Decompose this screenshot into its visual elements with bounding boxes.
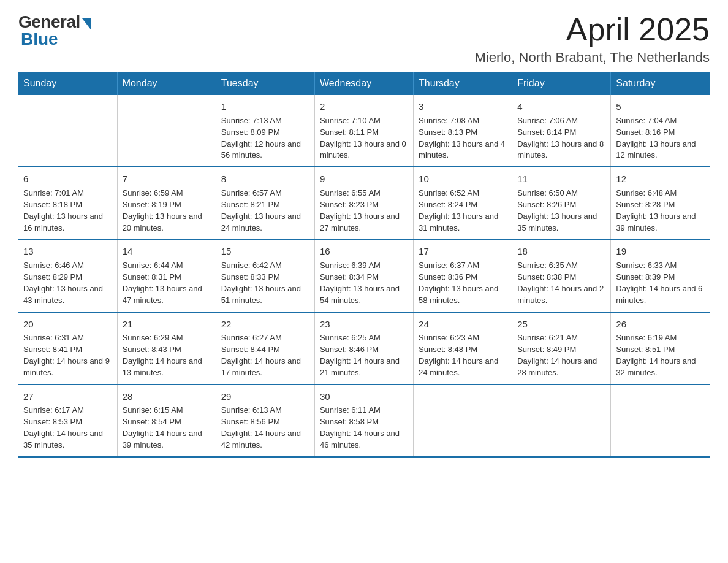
calendar-week-row: 20Sunrise: 6:31 AMSunset: 8:41 PMDayligh… [18, 312, 710, 385]
day-sunset: Sunset: 8:14 PM [517, 128, 576, 137]
day-sunset: Sunset: 8:49 PM [517, 345, 576, 354]
day-daylight: Daylight: 14 hours and 28 minutes. [517, 356, 597, 377]
day-number: 1 [221, 100, 309, 113]
calendar-day-header: Wednesday [314, 72, 413, 95]
day-sunrise: Sunrise: 6:21 AM [517, 333, 578, 342]
calendar-day-cell [611, 385, 710, 457]
day-number: 4 [517, 100, 605, 113]
day-daylight: Daylight: 13 hours and 35 minutes. [517, 212, 597, 232]
day-daylight: Daylight: 14 hours and 21 minutes. [320, 356, 400, 377]
calendar-day-header: Tuesday [216, 72, 314, 95]
calendar-day-cell: 26Sunrise: 6:19 AMSunset: 8:51 PMDayligh… [611, 312, 710, 385]
title-section: April 2025 Mierlo, North Brabant, The Ne… [474, 12, 710, 66]
day-number: 18 [517, 245, 605, 258]
day-daylight: Daylight: 13 hours and 58 minutes. [419, 284, 498, 305]
day-sunset: Sunset: 8:48 PM [419, 345, 477, 354]
day-sunset: Sunset: 8:16 PM [616, 128, 675, 137]
day-number: 9 [320, 172, 408, 186]
calendar-day-cell: 4Sunrise: 7:06 AMSunset: 8:14 PMDaylight… [512, 95, 611, 167]
day-sunset: Sunset: 8:19 PM [123, 200, 181, 209]
logo-arrow-icon [82, 18, 91, 29]
calendar-day-cell: 28Sunrise: 6:15 AMSunset: 8:54 PMDayligh… [117, 385, 216, 457]
day-sunset: Sunset: 8:09 PM [221, 128, 280, 137]
day-number: 2 [320, 100, 408, 113]
day-sunset: Sunset: 8:46 PM [320, 345, 379, 354]
day-daylight: Daylight: 13 hours and 12 minutes. [616, 139, 696, 160]
day-sunrise: Sunrise: 6:27 AM [221, 333, 282, 342]
day-sunset: Sunset: 8:36 PM [419, 272, 477, 282]
day-daylight: Daylight: 14 hours and 32 minutes. [616, 356, 696, 377]
calendar-day-cell: 21Sunrise: 6:29 AMSunset: 8:43 PMDayligh… [117, 312, 216, 385]
calendar-day-cell: 23Sunrise: 6:25 AMSunset: 8:46 PMDayligh… [314, 312, 413, 385]
day-number: 19 [616, 245, 705, 258]
day-number: 3 [419, 100, 507, 113]
page-header: General Blue April 2025 Mierlo, North Br… [18, 12, 710, 66]
calendar-day-cell: 17Sunrise: 6:37 AMSunset: 8:36 PMDayligh… [414, 239, 512, 312]
calendar-day-cell: 27Sunrise: 6:17 AMSunset: 8:53 PMDayligh… [18, 385, 117, 457]
day-sunrise: Sunrise: 6:55 AM [320, 188, 381, 197]
day-daylight: Daylight: 13 hours and 27 minutes. [320, 212, 400, 232]
day-sunrise: Sunrise: 6:33 AM [616, 261, 677, 270]
logo-blue-text: Blue [21, 29, 58, 49]
calendar-day-cell: 3Sunrise: 7:08 AMSunset: 8:13 PMDaylight… [414, 95, 512, 167]
day-sunrise: Sunrise: 6:13 AM [221, 405, 282, 415]
calendar-day-cell: 6Sunrise: 7:01 AMSunset: 8:18 PMDaylight… [18, 167, 117, 239]
calendar-day-cell: 24Sunrise: 6:23 AMSunset: 8:48 PMDayligh… [414, 312, 512, 385]
calendar-day-cell [512, 385, 611, 457]
day-daylight: Daylight: 13 hours and 43 minutes. [23, 284, 103, 305]
logo: General Blue [18, 12, 91, 49]
day-number: 24 [419, 318, 507, 331]
day-sunset: Sunset: 8:31 PM [123, 272, 181, 282]
day-sunset: Sunset: 8:56 PM [221, 417, 280, 426]
day-number: 11 [517, 172, 605, 186]
day-number: 26 [616, 318, 705, 331]
day-sunrise: Sunrise: 7:06 AM [517, 116, 578, 125]
day-daylight: Daylight: 13 hours and 47 minutes. [123, 284, 202, 305]
day-sunset: Sunset: 8:26 PM [517, 200, 576, 209]
day-sunset: Sunset: 8:41 PM [23, 345, 82, 354]
day-daylight: Daylight: 13 hours and 24 minutes. [221, 212, 301, 232]
calendar-day-cell: 18Sunrise: 6:35 AMSunset: 8:38 PMDayligh… [512, 239, 611, 312]
calendar-week-row: 6Sunrise: 7:01 AMSunset: 8:18 PMDaylight… [18, 167, 710, 239]
calendar-day-cell [18, 95, 117, 167]
day-number: 16 [320, 245, 408, 258]
day-sunset: Sunset: 8:29 PM [23, 272, 82, 282]
day-sunset: Sunset: 8:11 PM [320, 128, 379, 137]
day-sunset: Sunset: 8:38 PM [517, 272, 576, 282]
day-sunset: Sunset: 8:18 PM [23, 200, 82, 209]
calendar-day-cell: 25Sunrise: 6:21 AMSunset: 8:49 PMDayligh… [512, 312, 611, 385]
day-daylight: Daylight: 12 hours and 56 minutes. [221, 139, 301, 160]
day-daylight: Daylight: 13 hours and 16 minutes. [23, 212, 103, 232]
day-sunset: Sunset: 8:34 PM [320, 272, 379, 282]
calendar-day-cell: 10Sunrise: 6:52 AMSunset: 8:24 PMDayligh… [414, 167, 512, 239]
calendar-day-cell: 15Sunrise: 6:42 AMSunset: 8:33 PMDayligh… [216, 239, 314, 312]
day-sunrise: Sunrise: 6:25 AM [320, 333, 381, 342]
day-daylight: Daylight: 13 hours and 39 minutes. [616, 212, 696, 232]
calendar-week-row: 1Sunrise: 7:13 AMSunset: 8:09 PMDaylight… [18, 95, 710, 167]
day-daylight: Daylight: 14 hours and 2 minutes. [517, 284, 604, 305]
month-year-title: April 2025 [474, 12, 710, 47]
day-sunset: Sunset: 8:24 PM [419, 200, 477, 209]
day-number: 5 [616, 100, 705, 113]
day-sunrise: Sunrise: 6:15 AM [123, 405, 183, 415]
location-subtitle: Mierlo, North Brabant, The Netherlands [474, 50, 710, 66]
day-sunrise: Sunrise: 6:48 AM [616, 188, 677, 197]
calendar-day-cell: 22Sunrise: 6:27 AMSunset: 8:44 PMDayligh… [216, 312, 314, 385]
day-sunrise: Sunrise: 6:37 AM [419, 261, 479, 270]
calendar-day-cell: 20Sunrise: 6:31 AMSunset: 8:41 PMDayligh… [18, 312, 117, 385]
day-daylight: Daylight: 13 hours and 0 minutes. [320, 139, 406, 160]
calendar-day-cell: 30Sunrise: 6:11 AMSunset: 8:58 PMDayligh… [314, 385, 413, 457]
calendar-day-cell: 9Sunrise: 6:55 AMSunset: 8:23 PMDaylight… [314, 167, 413, 239]
day-number: 10 [419, 172, 507, 186]
day-sunrise: Sunrise: 6:35 AM [517, 261, 578, 270]
day-daylight: Daylight: 13 hours and 8 minutes. [517, 139, 604, 160]
calendar-day-cell [414, 385, 512, 457]
day-daylight: Daylight: 14 hours and 6 minutes. [616, 284, 702, 305]
calendar-day-header: Saturday [611, 72, 710, 95]
day-number: 23 [320, 318, 408, 331]
day-daylight: Daylight: 14 hours and 46 minutes. [320, 429, 400, 450]
calendar-day-cell: 14Sunrise: 6:44 AMSunset: 8:31 PMDayligh… [117, 239, 216, 312]
calendar-day-cell: 1Sunrise: 7:13 AMSunset: 8:09 PMDaylight… [216, 95, 314, 167]
day-sunset: Sunset: 8:51 PM [616, 345, 675, 354]
calendar-day-header: Sunday [18, 72, 117, 95]
